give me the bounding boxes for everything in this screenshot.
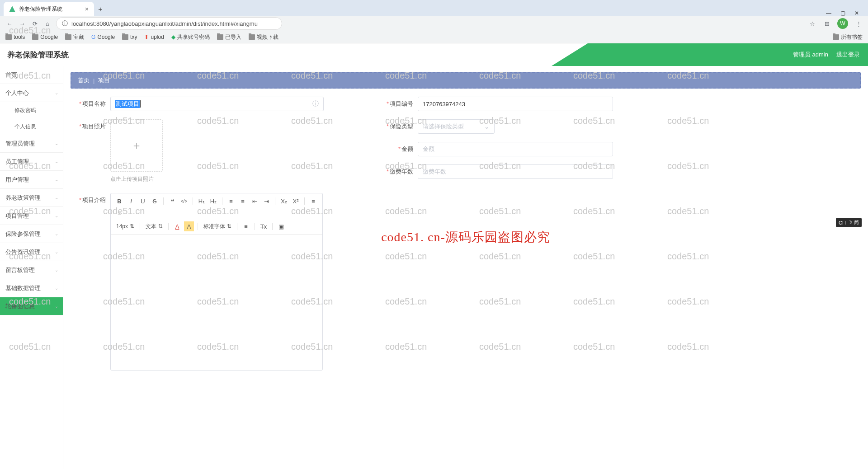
address-bar: ← → ⟳ ⌂ ⓘ localhost:8080/yanglaobapxiang… <box>0 16 868 31</box>
editor-align-center-button[interactable]: ≡ <box>114 208 124 218</box>
breadcrumb: 首页 | 项目 <box>71 72 861 89</box>
main-content: 首页 | 项目 *项目名称 测试项目 ⓘ *项目照片 ＋ 点击上传项目照片 <box>63 66 868 469</box>
editor-ul-button[interactable]: ≡ <box>238 196 248 206</box>
window-minimize-button[interactable]: — <box>826 10 831 16</box>
vue-favicon-icon <box>9 6 15 12</box>
nav-forward-icon[interactable]: → <box>18 19 26 28</box>
breadcrumb-sep: | <box>93 77 94 84</box>
editor-ol-button[interactable]: ≡ <box>226 196 236 206</box>
bookmark-video[interactable]: 视频下载 <box>249 33 278 41</box>
new-tab-button[interactable]: + <box>94 3 107 16</box>
bookmark-all[interactable]: 所有书签 <box>833 33 863 41</box>
project-name-input[interactable]: 测试项目 ⓘ <box>110 97 324 111</box>
editor-font-select[interactable]: 标准字体⇅ <box>202 223 233 230</box>
editor-code-button[interactable]: </> <box>179 196 189 206</box>
folder-icon <box>32 34 38 40</box>
amount-input[interactable]: 金额 <box>418 142 613 156</box>
app-header: 养老保险管理系统 管理员 admin 退出登录 <box>0 43 868 66</box>
editor-fontsize-select[interactable]: 14px⇅ <box>114 223 136 230</box>
bookmark-google[interactable]: Google <box>32 34 58 40</box>
nav-home-icon[interactable]: ⌂ <box>43 19 52 28</box>
nav-reload-icon[interactable]: ⟳ <box>31 19 39 28</box>
editor-block-select[interactable]: 文本⇅ <box>144 223 165 230</box>
upload-photo-button[interactable]: ＋ <box>110 119 163 172</box>
bookmark-txy[interactable]: txy <box>122 34 137 40</box>
browser-tab[interactable]: 养老保险管理系统 × <box>4 2 94 16</box>
sidebar-item-policy[interactable]: 养老政策管理⌄ <box>0 189 63 207</box>
nav-back-icon[interactable]: ← <box>5 19 14 28</box>
breadcrumb-current: 项目 <box>98 76 110 84</box>
rich-text-editor: B I U S ❝ </> H₁ H₂ ≡ ≡ ⇤ ⇥ X₂ <box>110 193 323 371</box>
chevron-down-icon: ⌄ <box>55 249 58 254</box>
current-user[interactable]: 管理员 admin <box>793 51 828 59</box>
extensions-icon[interactable]: ⊞ <box>823 19 831 28</box>
sidebar-sub-profile[interactable]: 个人信息 <box>0 118 63 135</box>
bookmark-treasure[interactable]: 宝藏 <box>65 33 84 41</box>
sidebar-item-basedata[interactable]: 基础数据管理⌄ <box>0 279 63 297</box>
editor-indent-button[interactable]: ⇥ <box>261 196 271 206</box>
sidebar-item-personal[interactable]: 个人中心⌄ <box>0 84 63 102</box>
sidebar-sub-password[interactable]: 修改密码 <box>0 102 63 118</box>
editor-bgcolor-button[interactable]: A <box>184 221 194 231</box>
sidebar-item-notice[interactable]: 公告资讯管理⌄ <box>0 243 63 261</box>
breadcrumb-home[interactable]: 首页 <box>78 76 90 84</box>
sidebar-item-admin[interactable]: 管理员管理⌄ <box>0 135 63 153</box>
window-close-button[interactable]: ✕ <box>854 10 859 16</box>
project-code-input[interactable]: 1720763974243 <box>418 97 613 111</box>
bookmark-imported[interactable]: 已导入 <box>217 33 241 41</box>
editor-underline-button[interactable]: U <box>138 196 148 206</box>
sidebar-item-user[interactable]: 用户管理⌄ <box>0 171 63 189</box>
sidebar-item-staff[interactable]: 员工管理⌄ <box>0 153 63 171</box>
site-info-icon[interactable]: ⓘ <box>62 19 68 28</box>
editor-sup-button[interactable]: X² <box>291 196 301 206</box>
editor-sub-button[interactable]: X₂ <box>279 196 289 206</box>
folder-icon <box>833 34 839 40</box>
bookmark-google2[interactable]: GGoogle <box>91 34 115 40</box>
years-input[interactable]: 缴费年数 <box>418 164 613 179</box>
editor-align-left-button[interactable]: ≡ <box>308 196 318 206</box>
chevron-down-icon: ⌄ <box>55 213 58 218</box>
editor-italic-button[interactable]: I <box>126 196 136 206</box>
editor-h1-button[interactable]: H₁ <box>197 196 207 206</box>
upload-icon: ⬆ <box>144 34 149 40</box>
editor-h2-button[interactable]: H₂ <box>208 196 218 206</box>
browser-menu-icon[interactable]: ⋮ <box>854 19 863 28</box>
url-input[interactable]: ⓘ localhost:8080/yanglaobapxianguanlixit… <box>56 17 282 30</box>
chevron-down-icon: ⌄ <box>55 231 58 236</box>
sidebar: 首页 个人中心⌄ 修改密码 个人信息 管理员管理⌄ 员工管理⌄ 用户管理⌄ 养老… <box>0 66 63 469</box>
sidebar-item-home[interactable]: 首页 <box>0 66 63 84</box>
editor-outdent-button[interactable]: ⇤ <box>250 196 259 206</box>
chevron-down-icon: ⌄ <box>55 159 58 164</box>
editor-image-button[interactable]: ▣ <box>276 221 286 231</box>
ime-icon: ☽ <box>848 220 852 225</box>
editor-quote-button[interactable]: ❝ <box>167 196 177 206</box>
editor-bold-button[interactable]: B <box>114 196 124 206</box>
editor-body[interactable] <box>111 234 322 370</box>
insurance-type-select[interactable]: 请选择保险类型⌄ <box>418 119 495 134</box>
google-icon: G <box>91 34 95 40</box>
folder-icon <box>249 34 255 40</box>
bookmark-shared[interactable]: ◆共享账号密码 <box>171 33 210 41</box>
clear-icon[interactable]: ⓘ <box>312 100 319 108</box>
label-project-code: *项目编号 <box>378 97 413 108</box>
bookmark-tools[interactable]: tools <box>5 34 25 40</box>
bookmark-star-icon[interactable]: ☆ <box>808 19 816 28</box>
editor-align-button[interactable]: ≡ <box>241 221 251 231</box>
profile-avatar[interactable]: W <box>837 18 848 29</box>
sidebar-item-message[interactable]: 留言板管理⌄ <box>0 261 63 279</box>
sidebar-item-insurance[interactable]: 保险参保管理⌄ <box>0 225 63 243</box>
sidebar-item-carousel[interactable]: 轮播图信息⌄ <box>0 297 63 315</box>
tab-close-icon[interactable]: × <box>85 5 89 13</box>
chevron-down-icon: ⌄ <box>55 141 58 146</box>
editor-strike-button[interactable]: S <box>150 196 160 206</box>
share-icon: ◆ <box>171 34 175 40</box>
ime-indicator[interactable]: CH ☽ 简 <box>836 218 862 227</box>
app-title: 养老保险管理系统 <box>7 50 69 60</box>
editor-color-button[interactable]: A <box>172 221 182 231</box>
editor-clear-button[interactable]: T̶x <box>259 221 269 231</box>
bookmark-uplod[interactable]: ⬆uplod <box>144 34 164 40</box>
window-maximize-button[interactable]: ▢ <box>840 10 845 16</box>
sidebar-item-project[interactable]: 项目管理⌄ <box>0 207 63 225</box>
logout-button[interactable]: 退出登录 <box>836 51 860 59</box>
folder-icon <box>217 34 223 40</box>
